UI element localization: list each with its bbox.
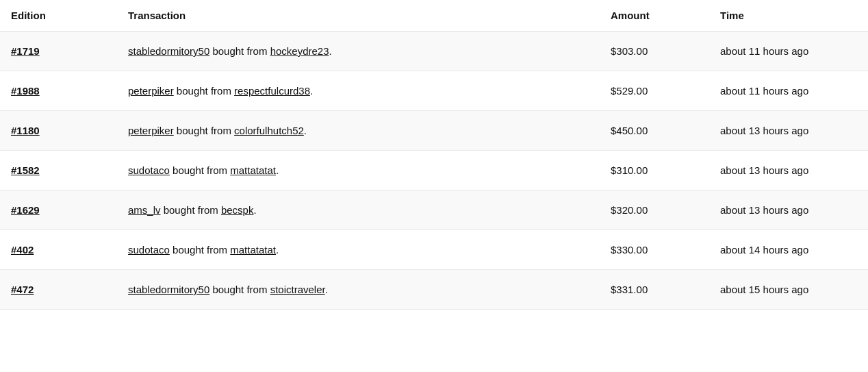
time-cell: about 13 hours ago [720,125,857,136]
table-row: #472 stabledormitory50 bought from stoic… [0,270,868,310]
time-cell: about 11 hours ago [720,45,857,57]
seller-link[interactable]: mattatatat [230,244,276,256]
table-row: #1988 peterpiker bought from respectfulc… [0,71,868,111]
time-cell: about 11 hours ago [720,85,857,97]
transaction-cell: ams_lv bought from becspk. [128,204,611,216]
amount-cell: $310.00 [611,164,720,176]
edition-link[interactable]: #1629 [11,204,40,216]
table-row: #1582 sudotaco bought from mattatatat. $… [0,151,868,190]
seller-link[interactable]: becspk [221,204,254,216]
table-body: #1719 stabledormitory50 bought from hock… [0,32,868,310]
buyer-link[interactable]: peterpiker [128,85,174,97]
time-cell: about 13 hours ago [720,204,857,216]
table-row: #402 sudotaco bought from mattatatat. $3… [0,230,868,270]
seller-link[interactable]: hockeydre23 [270,45,329,57]
time-cell: about 14 hours ago [720,244,857,256]
edition-link[interactable]: #1719 [11,45,40,57]
edition-cell: #472 [11,284,128,295]
seller-link[interactable]: stoictraveler [270,284,325,295]
edition-cell: #402 [11,244,128,256]
amount-cell: $529.00 [611,85,720,97]
edition-cell: #1180 [11,125,128,136]
edition-cell: #1719 [11,45,128,57]
transaction-cell: stabledormitory50 bought from stoictrave… [128,284,611,295]
buyer-link[interactable]: peterpiker [128,125,174,136]
table-row: #1180 peterpiker bought from colorfulhut… [0,111,868,151]
time-cell: about 15 hours ago [720,284,857,295]
edition-cell: #1988 [11,85,128,97]
time-cell: about 13 hours ago [720,164,857,176]
edition-link[interactable]: #1582 [11,164,40,176]
amount-cell: $450.00 [611,125,720,136]
edition-link[interactable]: #1988 [11,85,40,97]
edition-cell: #1582 [11,164,128,176]
edition-cell: #1629 [11,204,128,216]
edition-link[interactable]: #472 [11,284,34,295]
table-row: #1719 stabledormitory50 bought from hock… [0,32,868,71]
transaction-cell: sudotaco bought from mattatatat. [128,244,611,256]
seller-link[interactable]: colorfulhutch52 [234,125,304,136]
amount-cell: $330.00 [611,244,720,256]
buyer-link[interactable]: sudotaco [128,244,170,256]
amount-cell: $320.00 [611,204,720,216]
amount-column-header: Amount [611,10,720,21]
buyer-link[interactable]: sudotaco [128,164,170,176]
transaction-cell: sudotaco bought from mattatatat. [128,164,611,176]
buyer-link[interactable]: ams_lv [128,204,161,216]
transaction-cell: peterpiker bought from colorfulhutch52. [128,125,611,136]
edition-link[interactable]: #402 [11,244,34,256]
amount-cell: $331.00 [611,284,720,295]
seller-link[interactable]: mattatatat [230,164,276,176]
transaction-column-header: Transaction [128,10,611,21]
seller-link[interactable]: respectfulcurd38 [234,85,310,97]
transaction-cell: peterpiker bought from respectfulcurd38. [128,85,611,97]
edition-link[interactable]: #1180 [11,125,40,136]
transaction-cell: stabledormitory50 bought from hockeydre2… [128,45,611,57]
edition-column-header: Edition [11,10,128,21]
buyer-link[interactable]: stabledormitory50 [128,45,209,57]
table-header: Edition Transaction Amount Time [0,0,868,32]
buyer-link[interactable]: stabledormitory50 [128,284,209,295]
amount-cell: $303.00 [611,45,720,57]
time-column-header: Time [720,10,857,21]
table-row: #1629 ams_lv bought from becspk. $320.00… [0,190,868,230]
transactions-table: Edition Transaction Amount Time #1719 st… [0,0,868,372]
